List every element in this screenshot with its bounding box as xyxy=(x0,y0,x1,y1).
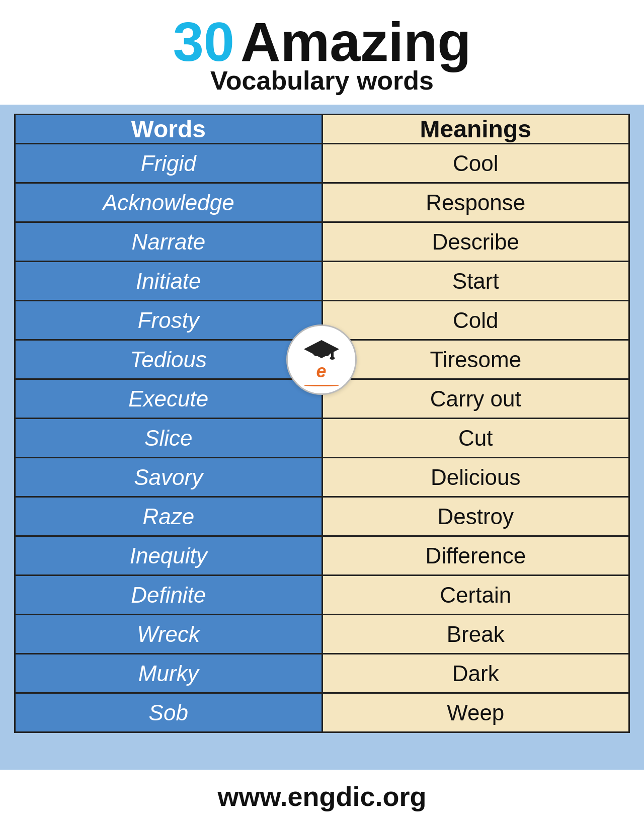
svg-rect-3 xyxy=(313,349,330,356)
meaning-cell: Weep xyxy=(322,693,629,732)
vocab-table: Words Meanings FrigidCoolAcknowledgeResp… xyxy=(14,114,630,733)
table-row: SliceCut xyxy=(15,419,629,458)
table-row: MurkyDark xyxy=(15,654,629,693)
word-cell: Wreck xyxy=(15,615,323,654)
col-header-meanings: Meanings xyxy=(322,115,629,144)
meaning-cell: Certain xyxy=(322,576,629,615)
word-cell: Frosty xyxy=(15,301,323,340)
word-cell: Execute xyxy=(15,379,323,419)
page-header: 30 Amazing Vocabulary words xyxy=(0,0,644,105)
word-cell: Narrate xyxy=(15,222,323,262)
word-cell: Slice xyxy=(15,419,323,458)
col-header-words: Words xyxy=(15,115,323,144)
table-row: RazeDestroy xyxy=(15,497,629,536)
table-row: Tedious e Tiresome xyxy=(15,340,629,379)
meaning-cell: Delicious xyxy=(322,458,629,497)
meaning-cell: Cold xyxy=(322,301,629,340)
word-cell: Raze xyxy=(15,497,323,536)
meaning-cell: Break xyxy=(322,615,629,654)
table-row: DefiniteCertain xyxy=(15,576,629,615)
table-row: WreckBreak xyxy=(15,615,629,654)
table-row: AcknowledgeResponse xyxy=(15,183,629,222)
meaning-cell: Response xyxy=(322,183,629,222)
word-cell: Frigid xyxy=(15,144,323,183)
table-row: SobWeep xyxy=(15,693,629,732)
table-row: FrigidCool xyxy=(15,144,629,183)
word-cell: Initiate xyxy=(15,262,323,301)
word-cell: Tedious e xyxy=(15,340,323,379)
meaning-cell: Start xyxy=(322,262,629,301)
meaning-cell: Cut xyxy=(322,419,629,458)
graduation-cap-icon xyxy=(304,339,339,361)
page-footer: www.engdic.org xyxy=(0,770,644,821)
table-row: NarrateDescribe xyxy=(15,222,629,262)
header-subtitle: Vocabulary words xyxy=(210,65,434,96)
table-row: InitiateStart xyxy=(15,262,629,301)
svg-point-2 xyxy=(330,357,335,360)
table-row: SavoryDelicious xyxy=(15,458,629,497)
header-amazing: Amazing xyxy=(240,14,471,69)
footer-url: www.engdic.org xyxy=(0,781,644,812)
word-cell: Savory xyxy=(15,458,323,497)
meaning-cell: Describe xyxy=(322,222,629,262)
meaning-cell: Difference xyxy=(322,536,629,576)
table-wrapper: Words Meanings FrigidCoolAcknowledgeResp… xyxy=(0,105,644,770)
logo-letter: e xyxy=(316,362,326,380)
meaning-cell: Cool xyxy=(322,144,629,183)
table-row: InequityDifference xyxy=(15,536,629,576)
word-cell: Sob xyxy=(15,693,323,732)
word-cell: Acknowledge xyxy=(15,183,323,222)
meaning-cell: Destroy xyxy=(322,497,629,536)
header-number: 30 xyxy=(173,14,234,69)
meaning-cell: Dark xyxy=(322,654,629,693)
word-cell: Definite xyxy=(15,576,323,615)
word-cell: Murky xyxy=(15,654,323,693)
word-cell: Inequity xyxy=(15,536,323,576)
logo-overlay: e xyxy=(286,324,357,395)
meaning-cell: Carry out xyxy=(322,379,629,419)
meaning-cell: Tiresome xyxy=(322,340,629,379)
